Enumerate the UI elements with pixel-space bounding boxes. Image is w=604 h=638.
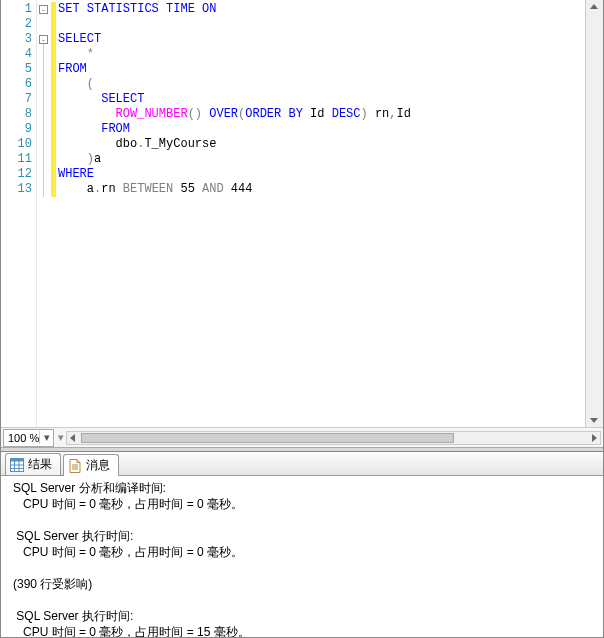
vertical-scrollbar[interactable]	[585, 0, 603, 427]
sql-editor: 12345678910111213 -- SET STATISTICS TIME…	[1, 0, 603, 447]
editor-footer: 100 % ▾ ▾	[1, 427, 603, 447]
results-tabs: 结果 消息	[1, 452, 603, 476]
tab-messages[interactable]: 消息	[63, 454, 119, 476]
scroll-thumb[interactable]	[81, 433, 454, 443]
svg-rect-1	[11, 458, 24, 461]
line-number-gutter: 12345678910111213	[1, 0, 37, 427]
fold-toggle[interactable]: -	[39, 5, 48, 14]
code-pane: 12345678910111213 -- SET STATISTICS TIME…	[1, 0, 603, 427]
tab-results[interactable]: 结果	[5, 453, 61, 475]
fold-toggle[interactable]: -	[39, 35, 48, 44]
fold-column: --	[37, 0, 51, 427]
tab-messages-label: 消息	[86, 457, 110, 474]
horizontal-scrollbar[interactable]	[66, 431, 601, 445]
scroll-down-arrow[interactable]	[590, 418, 598, 423]
zoom-combo[interactable]: 100 % ▾	[3, 429, 54, 447]
code-text[interactable]: SET STATISTICS TIME ONSELECT *FROM ( SEL…	[56, 0, 585, 427]
scroll-up-arrow[interactable]	[590, 4, 598, 9]
zoom-value: 100 %	[8, 432, 39, 444]
document-icon	[68, 459, 82, 473]
messages-output[interactable]: SQL Server 分析和编译时间: CPU 时间 = 0 毫秒，占用时间 =…	[1, 476, 603, 637]
chevron-down-icon[interactable]: ▾	[39, 431, 53, 444]
grid-icon	[10, 458, 24, 472]
scroll-right-arrow[interactable]	[592, 434, 597, 442]
dash-separator: ▾	[58, 431, 64, 444]
tab-results-label: 结果	[28, 456, 52, 473]
scroll-left-arrow[interactable]	[70, 434, 75, 442]
